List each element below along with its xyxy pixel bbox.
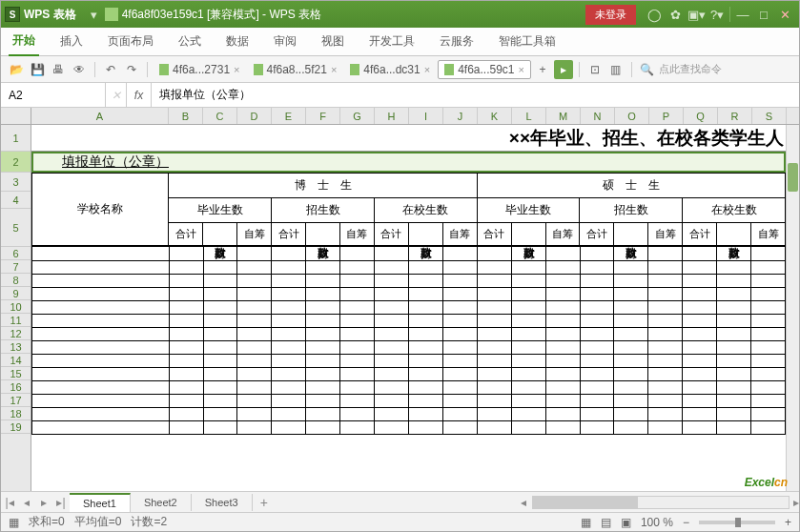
tab-close-icon[interactable]: × [424, 64, 430, 75]
zoom-slider[interactable] [699, 521, 775, 524]
doc-tab-0[interactable]: 4f6a...2731× [154, 61, 246, 78]
cell[interactable] [32, 420, 170, 434]
cell[interactable] [751, 274, 786, 287]
menu-dev[interactable]: 开发工具 [365, 28, 419, 55]
cell[interactable] [237, 354, 272, 367]
cell[interactable] [545, 340, 580, 354]
cell[interactable] [203, 394, 237, 407]
cell[interactable] [751, 394, 786, 407]
command-search[interactable]: 点此查找命令 [659, 62, 722, 76]
cell[interactable] [511, 380, 545, 394]
sheet-tab-3[interactable]: Sheet3 [192, 494, 253, 511]
cell[interactable] [717, 287, 751, 300]
col-header-H[interactable]: H [375, 108, 409, 124]
cell[interactable] [272, 300, 306, 314]
help-icon[interactable]: ?▾ [707, 4, 728, 25]
maximize-icon[interactable]: □ [753, 4, 774, 25]
menu-data[interactable]: 数据 [222, 28, 253, 55]
cell[interactable] [340, 394, 375, 407]
cell[interactable] [272, 314, 306, 327]
cell[interactable] [272, 394, 306, 407]
sheet-tab-1[interactable]: Sheet1 [70, 493, 131, 512]
cell[interactable] [32, 274, 170, 287]
close-icon[interactable]: ✕ [774, 4, 795, 25]
cell[interactable] [717, 380, 751, 394]
cell[interactable] [717, 260, 751, 274]
cell[interactable] [237, 394, 272, 407]
cell[interactable] [717, 274, 751, 287]
cell[interactable] [169, 314, 203, 327]
cell[interactable] [683, 287, 717, 300]
cell[interactable] [442, 287, 477, 300]
cell[interactable] [169, 407, 203, 420]
cell[interactable] [442, 367, 477, 380]
window-icon[interactable]: ⊡ [585, 60, 605, 79]
zoom-knob[interactable] [735, 518, 741, 527]
cell[interactable] [237, 340, 272, 354]
cell[interactable] [272, 247, 306, 260]
col-header-I[interactable]: I [409, 108, 443, 124]
cell[interactable] [545, 287, 580, 300]
formula-input[interactable]: 填报单位（公章） [152, 83, 799, 107]
cell[interactable] [614, 394, 648, 407]
split-icon[interactable]: ▥ [606, 60, 626, 79]
cell[interactable] [648, 260, 683, 274]
row-header-1[interactable]: 1 [1, 125, 31, 152]
cell[interactable] [340, 274, 375, 287]
cell[interactable] [477, 407, 511, 420]
cell[interactable] [648, 394, 683, 407]
cell[interactable] [340, 247, 375, 260]
search-icon[interactable]: 🔍 [638, 60, 657, 79]
cell[interactable] [32, 354, 170, 367]
cell[interactable] [306, 287, 340, 300]
cell[interactable] [408, 354, 442, 367]
cell[interactable] [306, 420, 340, 434]
cell[interactable] [580, 407, 614, 420]
preview-icon[interactable]: 👁 [70, 60, 89, 79]
cell[interactable] [683, 407, 717, 420]
cell[interactable] [477, 314, 511, 327]
cell[interactable] [32, 314, 170, 327]
col-header-F[interactable]: F [306, 108, 340, 124]
cell[interactable] [751, 407, 786, 420]
cell[interactable] [683, 300, 717, 314]
cell[interactable] [306, 327, 340, 340]
cell[interactable] [340, 420, 375, 434]
cell[interactable] [306, 274, 340, 287]
cell[interactable] [169, 394, 203, 407]
cell[interactable] [683, 394, 717, 407]
row-header-16[interactable]: 16 [1, 380, 31, 394]
cell[interactable] [408, 300, 442, 314]
view-page-icon[interactable]: ▤ [601, 516, 611, 529]
cell[interactable] [683, 340, 717, 354]
sync-icon[interactable]: ◯ [644, 4, 665, 25]
zoom-value[interactable]: 100 % [641, 516, 673, 529]
cell[interactable] [203, 274, 237, 287]
cell[interactable] [340, 287, 375, 300]
cell[interactable] [340, 327, 375, 340]
cell[interactable] [477, 367, 511, 380]
cell[interactable] [545, 354, 580, 367]
cell[interactable] [32, 394, 170, 407]
cell[interactable] [169, 420, 203, 434]
cell[interactable] [442, 300, 477, 314]
cell[interactable] [614, 300, 648, 314]
cell[interactable] [614, 407, 648, 420]
cell[interactable] [545, 420, 580, 434]
cell[interactable] [511, 394, 545, 407]
table-row[interactable] [32, 407, 786, 420]
cell[interactable] [545, 394, 580, 407]
cell[interactable] [375, 327, 409, 340]
cell[interactable] [340, 367, 375, 380]
menu-start[interactable]: 开始 [9, 27, 39, 56]
select-all-corner[interactable] [1, 108, 31, 124]
col-header-L[interactable]: L [512, 108, 546, 124]
cell[interactable] [477, 247, 511, 260]
cell[interactable] [272, 340, 306, 354]
row-header-18[interactable]: 18 [1, 407, 31, 420]
cell[interactable] [648, 287, 683, 300]
cell[interactable] [237, 260, 272, 274]
cell[interactable] [614, 354, 648, 367]
cell[interactable] [32, 367, 170, 380]
cell[interactable] [511, 327, 545, 340]
